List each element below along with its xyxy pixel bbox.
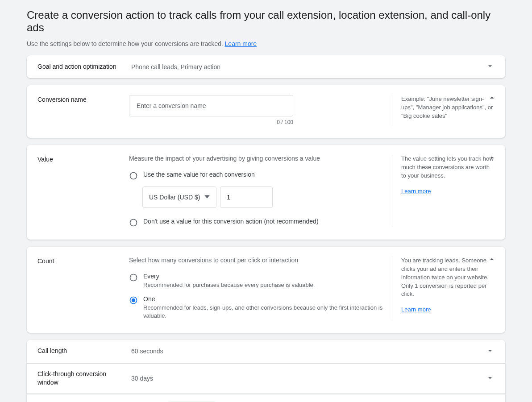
learn-more-link[interactable]: Learn more (225, 40, 257, 47)
call-length-summary: 60 seconds (131, 348, 486, 355)
goal-label: Goal and action optimization (37, 62, 131, 71)
page-title: Create a conversion action to track call… (27, 9, 505, 34)
attribution-section[interactable]: Attribution Data-driven Recommended (27, 394, 505, 402)
value-option-none[interactable]: Don't use a value for this conversion ac… (129, 218, 383, 227)
caret-down-icon (204, 194, 210, 201)
count-label: Count (37, 257, 129, 320)
currency-value: US Dollar (USD $) (149, 194, 200, 201)
chevron-up-icon[interactable] (487, 93, 496, 104)
value-hint: Measure the impact of your advertising b… (129, 155, 383, 162)
page-subtitle: Use the settings below to determine how … (27, 40, 505, 47)
count-option-one-label: One (143, 295, 383, 303)
conversion-window-label: Click-through conversion window (37, 370, 131, 387)
count-section: Count Select how many conversions to cou… (27, 247, 505, 333)
svg-point-1 (130, 220, 137, 226)
chevron-down-icon (486, 346, 495, 356)
chevron-down-icon (486, 62, 495, 72)
count-option-one-sub: Recommended for leads, sign-ups, and oth… (143, 304, 383, 320)
radio-unchecked-icon (129, 218, 138, 227)
svg-point-2 (130, 274, 137, 281)
count-hint: Select how many conversions to count per… (129, 257, 383, 264)
value-learn-more-link[interactable]: Learn more (401, 188, 431, 195)
subtitle-text: Use the settings below to determine how … (27, 40, 223, 47)
count-option-every-label: Every (143, 273, 383, 280)
radio-unchecked-icon (129, 273, 138, 282)
goal-summary: Phone call leads, Primary action (131, 63, 486, 70)
conversion-window-section[interactable]: Click-through conversion window 30 days (27, 364, 505, 394)
value-option-same[interactable]: Use the same value for each conversion (129, 171, 383, 180)
count-option-every-sub: Recommended for purchases because every … (143, 281, 383, 289)
count-option-one[interactable]: One Recommended for leads, sign-ups, and… (129, 295, 383, 320)
chevron-up-icon[interactable] (487, 153, 496, 163)
radio-checked-icon (129, 296, 138, 305)
conversion-name-help: Example: "June newsletter sign-ups", "Ma… (392, 95, 495, 125)
svg-point-0 (130, 173, 137, 179)
value-help: The value setting lets you track how muc… (401, 155, 495, 180)
currency-select[interactable]: US Dollar (USD $) (142, 186, 216, 208)
value-section: Value Measure the impact of your adverti… (27, 145, 505, 240)
count-option-every[interactable]: Every Recommended for purchases because … (129, 273, 383, 289)
conversion-name-label: Conversion name (37, 95, 129, 125)
count-learn-more-link[interactable]: Learn more (401, 306, 431, 313)
call-length-label: Call length (37, 347, 131, 356)
conversion-name-input[interactable] (129, 95, 293, 116)
conversion-window-summary: 30 days (131, 375, 486, 382)
conversion-name-section: Conversion name 0 / 100 Example: "June n… (27, 85, 505, 138)
value-option-none-label: Don't use a value for this conversion ac… (143, 218, 383, 225)
chevron-down-icon (486, 373, 495, 384)
value-amount-input[interactable] (220, 186, 273, 208)
value-option-same-label: Use the same value for each conversion (143, 171, 383, 178)
char-counter: 0 / 100 (129, 119, 293, 125)
value-label: Value (37, 155, 129, 227)
count-help: You are tracking leads. Someone clicks y… (401, 257, 495, 298)
call-length-section[interactable]: Call length 60 seconds (27, 340, 505, 363)
radio-unchecked-icon (129, 171, 138, 180)
chevron-up-icon[interactable] (487, 255, 496, 265)
goal-section[interactable]: Goal and action optimization Phone call … (27, 55, 505, 78)
svg-point-4 (132, 298, 135, 302)
